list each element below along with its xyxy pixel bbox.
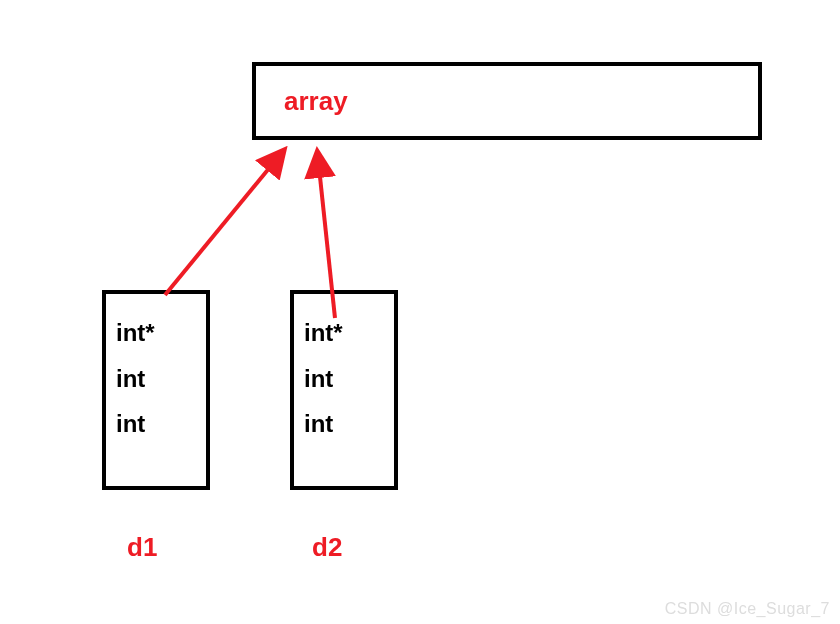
d1-field-2: int	[116, 401, 206, 447]
d2-field-2: int	[304, 401, 394, 447]
d1-field-1: int	[116, 356, 206, 402]
watermark: CSDN @Ice_Sugar_7	[665, 600, 830, 618]
struct-box-d1: int* int int	[102, 290, 210, 490]
array-box: array	[252, 62, 762, 140]
d2-field-1: int	[304, 356, 394, 402]
d2-field-0: int*	[304, 310, 394, 356]
arrow-d1-to-array	[165, 155, 280, 295]
label-d1: d1	[127, 532, 157, 563]
array-label: array	[284, 86, 348, 117]
label-d2: d2	[312, 532, 342, 563]
d1-field-0: int*	[116, 310, 206, 356]
struct-box-d2: int* int int	[290, 290, 398, 490]
